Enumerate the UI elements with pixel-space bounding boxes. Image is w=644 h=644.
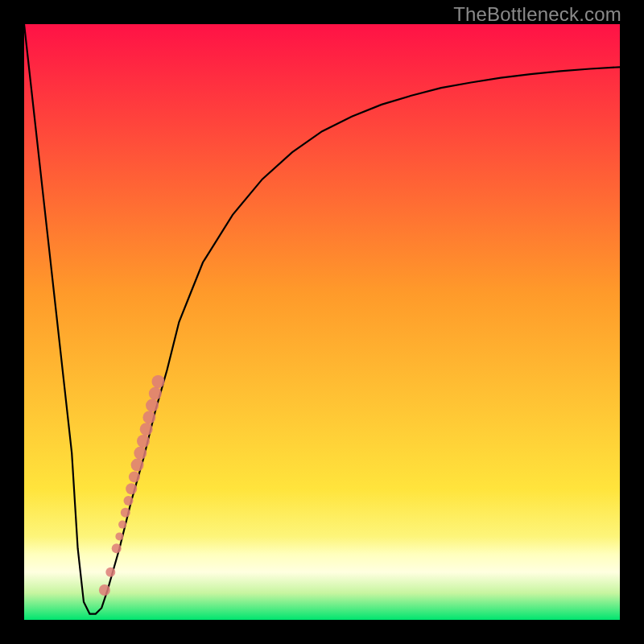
data-marker: [131, 459, 144, 472]
data-marker: [140, 423, 153, 436]
data-marker: [115, 532, 123, 540]
outer-frame: TheBottleneck.com: [0, 0, 644, 644]
data-marker: [99, 584, 110, 596]
data-marker: [124, 496, 134, 506]
data-marker: [142, 411, 155, 423]
watermark-text: TheBottleneck.com: [453, 3, 621, 26]
data-marker: [129, 471, 140, 482]
data-marker: [137, 435, 150, 448]
data-marker: [126, 483, 137, 494]
plot-area: [24, 24, 620, 620]
data-marker: [121, 508, 130, 518]
data-marker: [112, 543, 122, 553]
data-marker: [118, 521, 126, 529]
data-marker: [146, 399, 159, 412]
data-marker: [134, 447, 147, 460]
gradient-background: [24, 24, 620, 620]
data-marker: [152, 375, 165, 388]
data-marker: [105, 568, 115, 577]
data-marker: [149, 387, 162, 400]
chart-svg: [24, 24, 620, 620]
